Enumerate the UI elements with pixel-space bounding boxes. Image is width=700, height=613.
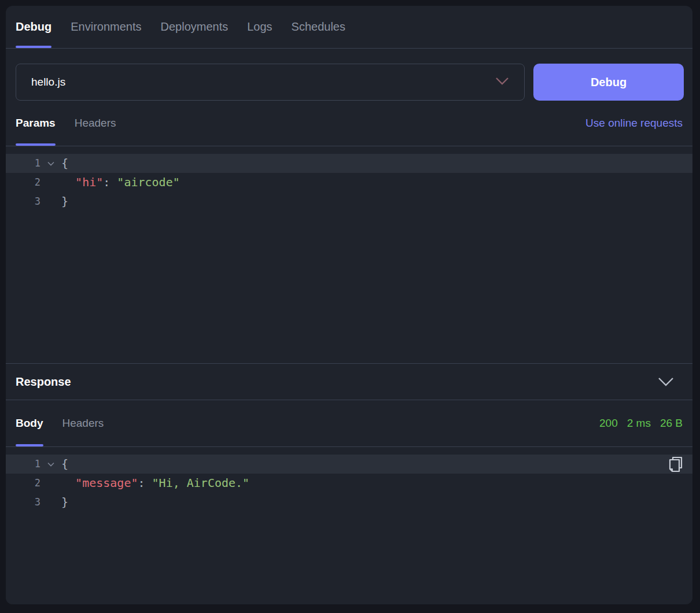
- fold-spacer: [40, 192, 61, 211]
- code-text: }: [61, 493, 68, 512]
- tab-schedules[interactable]: Schedules: [292, 6, 345, 48]
- code-text: {: [61, 154, 68, 173]
- line-number: 2: [6, 474, 40, 493]
- status-size-badge: 26 B: [660, 417, 683, 430]
- fold-spacer: [40, 173, 61, 192]
- code-line: 3}: [6, 493, 692, 512]
- code-line: 2 "hi": "aircode": [6, 173, 692, 192]
- tab-request-headers[interactable]: Headers: [75, 101, 116, 146]
- code-text: {: [61, 455, 68, 474]
- request-subtabs-right: Use online requests: [585, 101, 683, 146]
- collapse-chevron-icon[interactable]: [658, 377, 674, 387]
- file-select[interactable]: hello.js: [16, 64, 525, 101]
- fold-spacer: [40, 474, 61, 493]
- line-number: 3: [6, 192, 40, 211]
- tab-deployments[interactable]: Deployments: [161, 6, 229, 48]
- response-body-editor[interactable]: 1{2 "message": "Hi, AirCode."3}: [6, 447, 692, 604]
- fold-chevron-icon[interactable]: [40, 455, 61, 474]
- status-code-badge: 200: [599, 417, 618, 430]
- request-controls: hello.js Debug: [6, 49, 692, 101]
- line-number: 2: [6, 173, 40, 192]
- chevron-down-icon: [495, 76, 509, 88]
- line-number: 1: [6, 154, 40, 173]
- use-online-requests-link[interactable]: Use online requests: [585, 117, 683, 130]
- status-time-badge: 2 ms: [627, 417, 651, 430]
- code-line: 2 "message": "Hi, AirCode.": [6, 474, 692, 493]
- tab-debug[interactable]: Debug: [16, 6, 51, 48]
- params-editor[interactable]: 1{2 "hi": "aircode"3}: [6, 146, 692, 363]
- line-number: 1: [6, 455, 40, 474]
- response-status: 200 2 ms 26 B: [599, 400, 683, 446]
- tab-params[interactable]: Params: [16, 101, 56, 146]
- line-number: 3: [6, 493, 40, 512]
- tab-environments[interactable]: Environments: [71, 6, 141, 48]
- code-line: 1{: [6, 154, 692, 173]
- code-text: "message": "Hi, AirCode.": [61, 474, 249, 493]
- code-line: 1{: [6, 455, 692, 474]
- response-title: Response: [16, 375, 71, 389]
- response-header: Response: [6, 363, 692, 400]
- code-line: 3}: [6, 192, 692, 211]
- file-select-value: hello.js: [31, 76, 65, 88]
- code-text: "hi": "aircode": [61, 173, 180, 192]
- fold-spacer: [40, 493, 61, 512]
- debug-button[interactable]: Debug: [533, 64, 684, 101]
- top-nav: Debug Environments Deployments Logs Sche…: [6, 6, 692, 49]
- request-subtabs: Params Headers Use online requests: [6, 101, 692, 146]
- tab-logs[interactable]: Logs: [247, 6, 272, 48]
- tab-response-headers[interactable]: Headers: [62, 400, 104, 446]
- response-subtabs: Body Headers 200 2 ms 26 B: [6, 400, 692, 447]
- code-text: }: [61, 192, 68, 211]
- fold-chevron-icon[interactable]: [40, 154, 61, 173]
- debug-panel: Debug Environments Deployments Logs Sche…: [6, 6, 692, 604]
- copy-icon[interactable]: [667, 455, 684, 474]
- tab-body[interactable]: Body: [16, 400, 43, 446]
